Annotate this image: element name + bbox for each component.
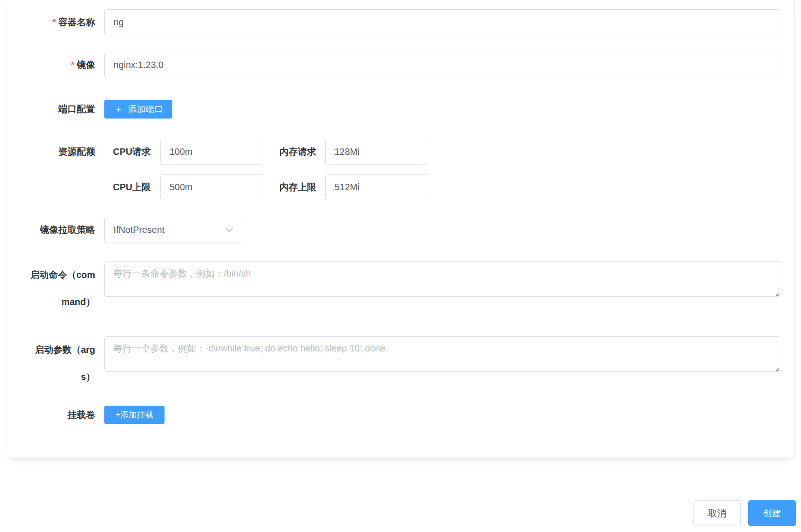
- plus-icon: ＋: [114, 102, 124, 115]
- memory-limit-input[interactable]: [325, 174, 428, 200]
- create-button[interactable]: 创建: [748, 500, 796, 526]
- container-name-input[interactable]: [104, 9, 780, 35]
- add-port-button-label: 添加端口: [128, 103, 163, 115]
- pull-policy-select[interactable]: IfNotPresent: [104, 217, 242, 243]
- memory-request-label: 内存请求: [271, 139, 316, 165]
- image-input[interactable]: [104, 52, 780, 78]
- args-textarea[interactable]: [104, 336, 780, 372]
- pull-policy-selected-value: IfNotPresent: [114, 225, 165, 235]
- cpu-request-input[interactable]: [160, 139, 263, 165]
- command-textarea[interactable]: [104, 261, 780, 297]
- add-mount-button-label: +添加挂载: [115, 409, 153, 420]
- cpu-request-label: CPU请求: [106, 139, 151, 165]
- mount-volumes-label: 挂载卷: [18, 406, 95, 424]
- image-label: *镜像: [18, 52, 95, 78]
- memory-request-input[interactable]: [325, 139, 428, 165]
- cpu-limit-input[interactable]: [160, 174, 263, 200]
- resource-quota-label: 资源配额: [18, 139, 95, 165]
- container-name-label: *容器名称: [18, 9, 95, 35]
- memory-limit-label: 内存上限: [271, 174, 316, 200]
- required-asterisk: *: [52, 17, 56, 27]
- command-label: 启动命令（com mand）: [18, 261, 95, 316]
- add-port-button[interactable]: ＋ 添加端口: [104, 100, 172, 119]
- chevron-down-icon: [225, 227, 233, 232]
- required-asterisk: *: [71, 60, 74, 70]
- port-config-label: 端口配置: [18, 100, 95, 119]
- cancel-button[interactable]: 取消: [693, 500, 741, 526]
- add-mount-button[interactable]: +添加挂载: [104, 406, 165, 424]
- args-label: 启动参数（arg s）: [18, 336, 95, 391]
- cpu-limit-label: CPU上限: [106, 174, 151, 200]
- pull-policy-label: 镜像拉取策略: [18, 217, 95, 243]
